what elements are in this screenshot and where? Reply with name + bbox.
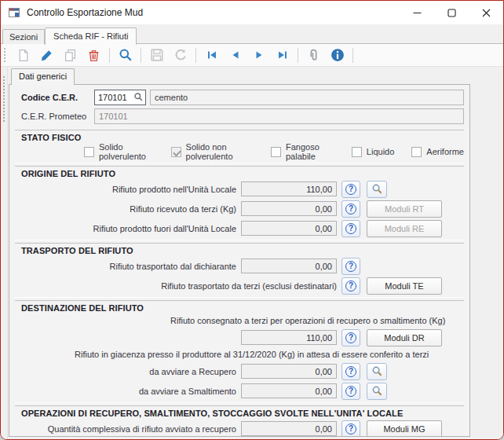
minimize-button[interactable] <box>400 1 434 24</box>
help-button[interactable] <box>341 277 360 295</box>
close-button[interactable] <box>469 1 503 24</box>
toolbar-separator <box>109 48 110 63</box>
cer-lookup-icon[interactable] <box>133 92 144 102</box>
save-icon <box>150 48 164 62</box>
nav-prev-button[interactable] <box>225 46 245 64</box>
help-button[interactable] <box>341 363 360 380</box>
checkbox-liquido[interactable]: Liquido <box>352 147 394 157</box>
toolbar-separator <box>298 48 298 63</box>
da-avviare-smaltimento-field[interactable] <box>241 383 337 398</box>
help-button[interactable] <box>341 383 360 400</box>
nav-next-icon <box>253 49 265 61</box>
nav-first-button[interactable] <box>202 46 221 64</box>
maximize-button[interactable] <box>434 1 469 24</box>
origine-title: ORIGINE DEL RIFIUTO <box>15 169 464 178</box>
rifiuto-ricevuto-terzi-label: Rifiuto ricevuto da terzi (Kg) <box>15 204 236 214</box>
toolbar-separator <box>352 48 353 63</box>
minimize-icon <box>413 9 422 17</box>
rifiuto-prodotto-ul-field[interactable] <box>241 182 337 196</box>
help-icon <box>345 204 356 214</box>
da-avviare-recupero-field[interactable] <box>241 364 337 379</box>
quantita-recupero-field[interactable] <box>241 421 337 436</box>
checkbox-label: Liquido <box>367 147 394 156</box>
destinazione-title: DESTINAZIONE DEL RIFIUTO <box>15 303 464 313</box>
edit-icon <box>40 49 53 62</box>
edit-record-button[interactable] <box>37 46 57 64</box>
moduli-rt-button: Moduli RT <box>367 200 442 218</box>
search-records-button[interactable] <box>115 46 135 64</box>
nav-next-button[interactable] <box>249 46 268 64</box>
app-icon <box>8 6 20 19</box>
tab-sezioni[interactable]: Sezioni <box>2 29 45 44</box>
toolbar <box>1 44 503 67</box>
rifiuto-giacenza-label: Rifiuto in giacenza presso il produttore… <box>15 348 464 361</box>
search-icon <box>119 48 133 62</box>
delete-icon <box>87 49 100 62</box>
help-icon <box>345 332 356 343</box>
help-icon <box>345 280 356 292</box>
dati-generici-page: Codice C.E.R. C.E.R. Prometeo <box>9 84 470 437</box>
section-destinazione: DESTINAZIONE DEL RIFIUTO Rifiuto consegn… <box>15 300 464 403</box>
undo-icon <box>173 48 188 62</box>
da-avviare-recupero-label: da avviare a Recupero <box>15 367 236 376</box>
rifiuto-ricevuto-terzi-field[interactable] <box>241 201 337 216</box>
rifiuto-consegnato-terzi-field[interactable] <box>241 330 337 345</box>
rifiuto-trasportato-dichiarante-field[interactable] <box>241 258 337 273</box>
checkbox-solido-polverulento[interactable]: Solido polverulento <box>84 142 154 161</box>
checkbox-checked-icon[interactable] <box>171 147 181 157</box>
moduli-mg-button[interactable]: Moduli MG <box>367 420 442 438</box>
new-record-button[interactable] <box>13 46 33 64</box>
rifiuto-prodotto-fuori-ul-label: Rifiuto prodotto fuori dall'Unità Locale <box>15 224 236 233</box>
help-icon <box>345 261 356 272</box>
section-operazioni: OPERAZIONI DI RECUPERO, SMALTIMENTO, STO… <box>15 405 464 437</box>
attachment-button[interactable] <box>304 46 323 64</box>
rifiuto-prodotto-ul-label: Rifiuto prodotto nell'Unità Locale <box>15 185 236 194</box>
checkbox-unchecked-icon[interactable] <box>271 147 281 157</box>
help-button[interactable] <box>341 258 360 275</box>
cer-prometeo-field <box>94 108 464 124</box>
toolbar-gripper[interactable] <box>4 48 8 62</box>
checkbox-unchecked-icon[interactable] <box>84 147 94 157</box>
close-icon <box>482 9 491 17</box>
left-splitter[interactable] <box>1 67 8 439</box>
moduli-dr-button[interactable]: Moduli DR <box>367 329 442 346</box>
help-icon <box>345 386 356 397</box>
copy-record-button[interactable] <box>60 46 80 64</box>
section-trasporto: TRASPORTO DEL RIFIUTO Rifiuto trasportat… <box>15 243 464 298</box>
help-icon <box>345 424 356 434</box>
maximize-icon <box>447 9 456 17</box>
checkbox-aeriforme[interactable]: Aeriforme <box>411 147 464 157</box>
help-button[interactable] <box>341 220 360 237</box>
content-area: Dati generici Codice C.E.R. <box>1 67 503 439</box>
rifiuto-trasportato-dichiarante-label: Rifiuto trasportato dal dichiarante <box>15 262 236 271</box>
checkbox-unchecked-icon[interactable] <box>352 147 362 157</box>
moduli-te-button[interactable]: Moduli TE <box>367 277 442 295</box>
tab-dati-generici[interactable]: Dati generici <box>11 68 75 85</box>
search-icon <box>371 385 383 397</box>
checkbox-unchecked-icon[interactable] <box>411 147 422 157</box>
delete-record-button[interactable] <box>84 46 104 64</box>
search-detail-button[interactable] <box>367 383 387 400</box>
help-button[interactable] <box>341 181 360 198</box>
rifiuto-prodotto-fuori-ul-field[interactable] <box>241 221 337 236</box>
tab-scheda-rif-rifiuti[interactable]: Scheda RIF - Rifiuti <box>45 28 137 45</box>
info-button[interactable] <box>327 46 347 64</box>
help-button[interactable] <box>341 420 360 438</box>
checkbox-solido-non-polverulento[interactable]: Solido non polverulento <box>171 142 254 161</box>
da-avviare-smaltimento-label: da avviare a Smaltimento <box>15 387 236 396</box>
cer-prometeo-label: C.E.R. Prometeo <box>21 112 90 121</box>
help-button[interactable] <box>341 329 360 346</box>
checkbox-label: Aeriforme <box>426 147 464 156</box>
search-detail-button[interactable] <box>367 181 387 198</box>
checkbox-fangoso-palabile[interactable]: Fangoso palabile <box>271 142 334 161</box>
help-button[interactable] <box>341 200 360 218</box>
save-button <box>147 46 166 64</box>
search-detail-button[interactable] <box>367 363 387 380</box>
rifiuto-trasportato-terzi-label: Rifiuto trasportato da terzi (esclusi de… <box>15 281 337 291</box>
toolbar-separator <box>195 48 196 63</box>
info-icon <box>331 48 345 62</box>
moduli-re-button: Moduli RE <box>367 220 442 237</box>
stato-fisico-title: STATO FISICO <box>15 133 464 142</box>
toolbar-separator <box>141 48 141 63</box>
nav-last-button[interactable] <box>272 46 292 64</box>
